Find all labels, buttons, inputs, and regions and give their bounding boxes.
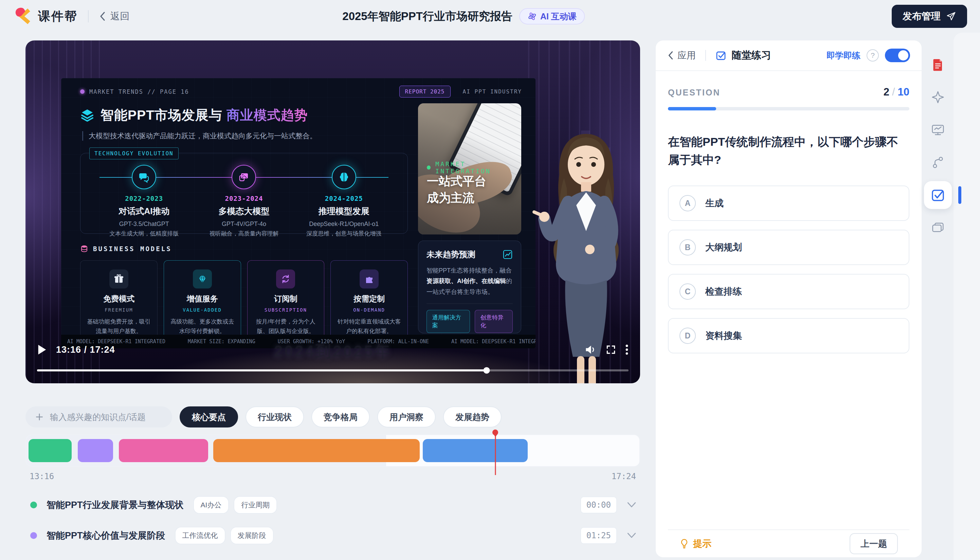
video-time: 13:16 / 17:24 xyxy=(56,345,115,355)
trend-body-bold: 资源获取、AI创作、在线编辑 xyxy=(427,278,506,284)
chapter-time: 00:00 xyxy=(580,497,617,513)
chevron-down-icon[interactable] xyxy=(627,502,636,508)
chapter-row[interactable]: 智能PPT市场商业格局 xyxy=(25,553,640,560)
node-circle xyxy=(332,165,356,189)
evolution-node: 2024-2025 推理模型发展 DeepSeek-R1/OpenAI-o1 深… xyxy=(294,165,394,238)
chevron-down-icon[interactable] xyxy=(627,532,636,538)
node-line1: GPT-4V/GPT-4o xyxy=(194,220,294,228)
timeline-time-labels: 13:16 17:24 xyxy=(25,472,640,481)
document-icon[interactable] xyxy=(930,57,945,72)
page-title: 2025年智能PPT行业市场研究报告 xyxy=(342,9,512,24)
timeline-segment-4[interactable] xyxy=(213,439,420,462)
timeline-playhead[interactable] xyxy=(495,431,496,475)
video-progress-bar[interactable] xyxy=(37,369,628,372)
topic-input[interactable]: 输入感兴趣的知识点/话题 xyxy=(25,407,172,427)
business-card-freemium: 免费模式 FREEMIUM 基础功能免费开放，吸引流量与用户基数。 xyxy=(80,260,158,339)
quiz-progress-fill xyxy=(668,107,716,110)
chevron-left-icon xyxy=(667,51,674,60)
lightbulb-icon xyxy=(679,538,689,549)
card-title: 按需定制 xyxy=(336,293,402,304)
card-eng: ON-DEMAND xyxy=(336,307,402,313)
practice-toggle[interactable] xyxy=(885,48,910,62)
option-text: 检查排练 xyxy=(705,285,742,298)
fullscreen-icon[interactable] xyxy=(605,344,616,355)
video-progress-fill xyxy=(37,369,487,372)
gift-icon xyxy=(110,270,128,288)
timeline-segment-1[interactable] xyxy=(28,439,71,462)
chapter-row[interactable]: 智能PPT行业发展背景与整体现状 AI办公 行业周期 00:00 xyxy=(25,492,640,518)
tab-industry-status[interactable]: 行业现状 xyxy=(246,407,304,427)
video-player[interactable]: MARKET TRENDS // PAGE 16 REPORT 2025 AI … xyxy=(25,40,640,383)
business-card-value-added: 增值服务 VALUE-ADDED 高级功能、更多次数或去水印等付费解锁。 xyxy=(164,260,241,339)
back-button[interactable]: 返回 xyxy=(99,10,130,23)
tab-core-points[interactable]: 核心要点 xyxy=(179,407,238,427)
quiz-header-right: 即学即练 ? xyxy=(827,48,910,62)
tab-user-insight[interactable]: 用户洞察 xyxy=(377,407,436,427)
hint-button[interactable]: 提示 xyxy=(679,538,711,550)
card-desc: 针对特定垂直领域或大客户的私有化部署。 xyxy=(336,317,402,336)
ai-badge-label: AI 互动课 xyxy=(540,11,576,22)
slide-left-column: 智能PPT市场发展与 商业模式趋势 大模型技术迭代驱动产品能力跃迁，商业模式趋向… xyxy=(80,99,408,333)
chapter-row[interactable]: 智能PPT核心价值与发展阶段 工作流优化 发展阶段 01:25 xyxy=(25,523,640,548)
node-line2: 深度思维，创意与场景化增强 xyxy=(294,230,394,238)
topic-input-placeholder: 输入感兴趣的知识点/话题 xyxy=(50,412,146,423)
paper-plane-icon xyxy=(946,11,956,22)
monitor-chart-icon[interactable] xyxy=(930,122,945,137)
brain-icon xyxy=(338,171,350,183)
timeline-segment-5[interactable] xyxy=(423,439,528,462)
tab-trends[interactable]: 发展趋势 xyxy=(443,407,502,427)
slide-title-main: 智能PPT市场发展与 xyxy=(101,108,226,122)
help-icon[interactable]: ? xyxy=(867,49,879,62)
node-years: 2023-2024 xyxy=(194,195,294,202)
chapter-list: 智能PPT行业发展背景与整体现状 AI办公 行业周期 00:00 智能PPT核心… xyxy=(25,492,640,560)
option-text: 资料搜集 xyxy=(705,330,742,342)
quiz-header: 应用 随堂练习 即学即练 ? xyxy=(656,40,922,71)
quiz-panel-title: 随堂练习 xyxy=(732,48,771,62)
business-cards: 免费模式 FREEMIUM 基础功能免费开放，吸引流量与用户基数。 增值服务 V… xyxy=(80,260,408,339)
business-models-header: BUSINESS MODELS xyxy=(80,245,408,253)
stacked-cards-icon[interactable] xyxy=(930,220,945,235)
chapter-timeline[interactable] xyxy=(25,434,640,467)
green-dot xyxy=(427,165,430,170)
trend-body-pre: 智能PPT生态将持续整合，融合 xyxy=(427,267,512,274)
sidebar-item-quiz-active[interactable] xyxy=(924,181,952,209)
trend-tag-general: 通用解决方案 xyxy=(427,310,470,333)
option-text: 大纲规划 xyxy=(705,241,742,253)
publish-button[interactable]: 发布管理 xyxy=(892,5,967,28)
trend-tags: 通用解决方案 创意特异化 xyxy=(427,310,513,333)
chevron-left-icon xyxy=(99,11,106,22)
chapter-title: 智能PPT核心价值与发展阶段 xyxy=(47,529,165,542)
chapter-dot xyxy=(30,502,37,508)
meta-dot xyxy=(80,89,85,94)
option-d[interactable]: D 资料搜集 xyxy=(668,318,909,353)
more-options-icon[interactable] xyxy=(625,344,628,355)
question-current: 2 xyxy=(884,86,889,98)
option-b[interactable]: B 大纲规划 xyxy=(668,230,909,265)
previous-question-button[interactable]: 上一题 xyxy=(850,533,898,554)
video-progress-handle[interactable] xyxy=(483,367,490,374)
line-chart-icon xyxy=(503,249,513,260)
card-title: 订阅制 xyxy=(253,293,319,304)
timeline-segment-2[interactable] xyxy=(78,439,113,462)
sparkle-icon[interactable] xyxy=(930,90,945,105)
chapter-tag: AI办公 xyxy=(193,496,229,514)
volume-icon[interactable] xyxy=(585,343,596,356)
tab-competition[interactable]: 竞争格局 xyxy=(311,407,370,427)
slide-title-row: 智能PPT市场发展与 商业模式趋势 xyxy=(80,106,408,124)
active-indicator xyxy=(958,186,961,204)
header-title-group: 2025年智能PPT行业市场研究报告 AI 互动课 xyxy=(342,8,585,25)
play-button[interactable] xyxy=(37,344,47,355)
slide: MARKET TRENDS // PAGE 16 REPORT 2025 AI … xyxy=(61,78,535,348)
git-branch-icon[interactable] xyxy=(930,155,945,170)
timeline-segment-3[interactable] xyxy=(119,439,209,462)
brand-logo-icon xyxy=(13,7,33,26)
gem-icon xyxy=(193,270,212,288)
option-c[interactable]: C 检查排练 xyxy=(668,274,909,309)
explore-row: 输入感兴趣的知识点/话题 核心要点 行业现状 竞争格局 用户洞察 发展趋势 xyxy=(25,407,640,427)
learn-practice-label[interactable]: 即学即练 xyxy=(827,50,860,61)
sync-icon xyxy=(276,270,295,288)
option-a[interactable]: A 生成 xyxy=(668,185,909,221)
timeline-end-label: 17:24 xyxy=(611,472,636,481)
quiz-back-button[interactable]: 应用 xyxy=(667,49,696,62)
slide-right-column: MARKET INTEGRATION 一站式平台 成为主流 未来趋势预测 智能P… xyxy=(418,99,521,333)
